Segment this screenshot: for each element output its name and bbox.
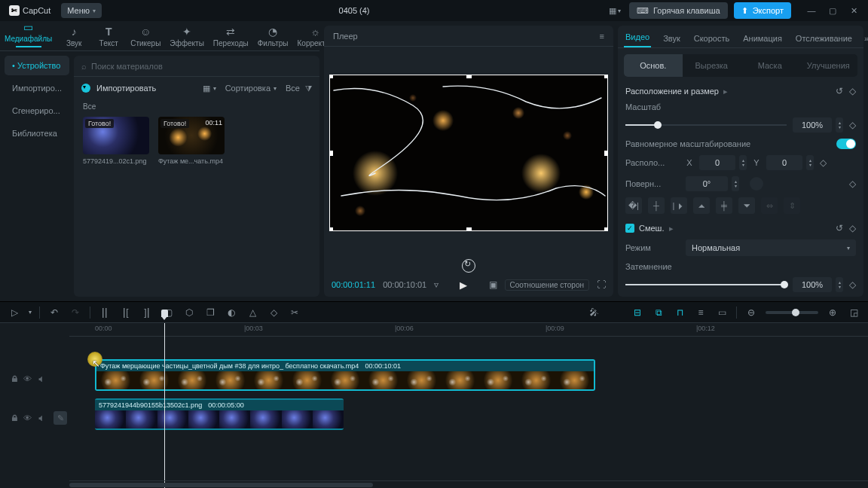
export-button[interactable]: ⬆ Экспорт	[734, 2, 791, 19]
dim-keyframe[interactable]: ◇	[849, 279, 856, 290]
insp-tab-audio[interactable]: Звук	[662, 34, 682, 47]
minimize-button[interactable]: —	[802, 2, 821, 19]
pos-x-input[interactable]: 0	[699, 155, 735, 170]
scale-stepper[interactable]: ▴▾	[836, 117, 843, 133]
playhead-line[interactable]	[164, 323, 165, 488]
media-thumb-1[interactable]: Готово! 57792419...02c1.png	[83, 117, 149, 165]
mic-icon[interactable]: 🎤︎	[587, 306, 601, 319]
subtab-mask[interactable]: Маска	[741, 54, 799, 77]
tab-media[interactable]: ▭Медиафайлы	[0, 21, 57, 50]
timeline-ruler[interactable]: 00:00 |00:03 |00:06 |00:09 |00:12	[69, 323, 868, 337]
import-button[interactable]: Импортировать	[81, 84, 156, 93]
shield-icon[interactable]: ⬡	[182, 306, 196, 319]
resize-handle[interactable]	[604, 227, 608, 231]
insp-tab-speed[interactable]: Скорость	[692, 34, 732, 47]
insp-tab-track[interactable]: Отслеживание	[794, 34, 854, 47]
rot-keyframe[interactable]: ◇	[849, 178, 856, 189]
side-device[interactable]: • Устройство	[5, 56, 69, 75]
scale-keyframe[interactable]: ◇	[849, 120, 856, 130]
split-right[interactable]: ]ǀ	[140, 306, 154, 319]
pos-x-stepper[interactable]: ▴▾	[739, 155, 747, 170]
search-input[interactable]: Поиск материалов	[91, 62, 312, 71]
clip-overlay[interactable]: Футаж мерцающие частицы_цветной дым #38 …	[95, 359, 595, 391]
subtab-base[interactable]: Основ.	[624, 54, 683, 77]
resize-handle[interactable]	[329, 227, 333, 231]
reverse-icon[interactable]: ◐	[225, 306, 238, 319]
maximize-button[interactable]: ▢	[823, 2, 842, 19]
rotate-handle[interactable]	[462, 259, 475, 273]
blend-mode-select[interactable]: Нормальная ▾	[686, 239, 856, 256]
resize-handle[interactable]	[329, 75, 333, 78]
dim-stepper[interactable]: ▴▾	[836, 277, 843, 292]
rotate-input[interactable]: 0°	[686, 176, 728, 191]
align-vcenter[interactable]: ╪	[716, 197, 732, 214]
filter-all-button[interactable]: Все⧩	[286, 84, 312, 93]
split-left[interactable]: ǀ[	[119, 306, 133, 319]
player-menu-icon[interactable]: ≡	[600, 32, 604, 41]
resize-handle[interactable]	[604, 75, 608, 78]
zoom-slider[interactable]	[766, 311, 818, 314]
rotate-stepper[interactable]: ▴▾	[732, 176, 739, 191]
blend-kf-icon[interactable]: ◇	[849, 223, 856, 233]
lock-icon[interactable]: 🔒︎	[11, 374, 19, 383]
copy-icon[interactable]: ❐	[203, 306, 217, 319]
resize-handle[interactable]	[604, 151, 608, 156]
resize-handle[interactable]	[466, 227, 472, 231]
zoom-out[interactable]: ⊖	[744, 306, 758, 319]
pos-y-input[interactable]: 0	[766, 155, 802, 170]
insp-tab-anim[interactable]: Анимация	[741, 34, 784, 47]
pointer-tool[interactable]: ▷	[8, 306, 21, 319]
pos-y-stepper[interactable]: ▴▾	[806, 155, 814, 170]
crop-icon[interactable]: ▣	[489, 279, 497, 290]
timeline-tracks[interactable]: Футаж мерцающие частицы_цветной дым #38 …	[69, 337, 868, 480]
keyframe-icon[interactable]: ◇	[849, 86, 856, 96]
mute-icon[interactable]: 🔈︎	[36, 374, 44, 383]
side-library[interactable]: Библиотека	[5, 124, 69, 143]
crop2-icon[interactable]: ✂	[288, 306, 301, 319]
zoom-in[interactable]: ⊕	[826, 306, 839, 319]
playhead-handle[interactable]	[161, 310, 168, 317]
subtab-cutout[interactable]: Вырезка	[683, 54, 741, 77]
scale-value[interactable]: 100%	[793, 117, 832, 133]
preview-icon[interactable]: ▭	[715, 306, 729, 319]
dim-slider[interactable]	[625, 279, 787, 290]
preview-viewport[interactable]	[329, 75, 608, 231]
diamond-icon[interactable]: ◇	[267, 306, 280, 319]
clip-main[interactable]: 5779241944b90155b13502c1.png 00:00:05:00	[95, 398, 344, 430]
insp-tab-video[interactable]: Видео	[624, 32, 651, 47]
reset-icon[interactable]: ↺	[836, 86, 843, 96]
subtab-enhance[interactable]: Улучшения	[799, 54, 858, 77]
align-bottom[interactable]: ⏷	[738, 197, 755, 214]
view-grid-button[interactable]: ▦▾	[203, 84, 216, 93]
close-button[interactable]: ✕	[844, 2, 863, 19]
eye-icon[interactable]: 👁	[23, 413, 32, 422]
align-hcenter[interactable]: ┼	[648, 197, 665, 214]
menu-button[interactable]: Меню ▾	[61, 3, 102, 18]
media-thumb-2[interactable]: Готово! 00:11 Футаж ме...чать.mp4	[158, 117, 225, 165]
rotate-dial[interactable]	[750, 177, 763, 191]
blend-reset-icon[interactable]: ↺	[836, 223, 843, 233]
edit-track-icon[interactable]: ✎	[53, 411, 67, 425]
uniform-toggle[interactable]	[836, 139, 856, 149]
pos-keyframe[interactable]: ◇	[820, 157, 827, 168]
warning-icon[interactable]: △	[246, 306, 259, 319]
dim-value[interactable]: 100%	[793, 277, 832, 292]
blend-checkbox[interactable]: ✓	[625, 224, 634, 233]
snap-icon[interactable]: ⊟	[631, 306, 644, 319]
eye-icon[interactable]: 👁	[23, 374, 32, 383]
side-generated[interactable]: Сгенериро...	[5, 101, 69, 120]
lock-icon[interactable]: 🔒︎	[11, 413, 19, 422]
scale-slider[interactable]	[625, 120, 787, 130]
layout-icon[interactable]: ▦▾	[607, 2, 623, 19]
link-icon[interactable]: ⧉	[652, 306, 665, 319]
tab-audio[interactable]: ♪Звук	[57, 26, 91, 50]
tab-stickers[interactable]: ☺Стикеры	[126, 26, 165, 50]
tab-effects[interactable]: ✦Эффекты	[165, 26, 208, 50]
tab-text[interactable]: TТекст	[91, 26, 126, 50]
insp-more-icon[interactable]: »	[864, 34, 868, 47]
zoom-fit[interactable]: ◲	[847, 306, 860, 319]
resize-handle[interactable]	[466, 75, 472, 78]
timeline-scrollbar[interactable]	[69, 480, 868, 488]
split-tool[interactable]: ǀǀ	[98, 306, 112, 319]
tab-transitions[interactable]: ⇄Переходы	[209, 26, 253, 50]
